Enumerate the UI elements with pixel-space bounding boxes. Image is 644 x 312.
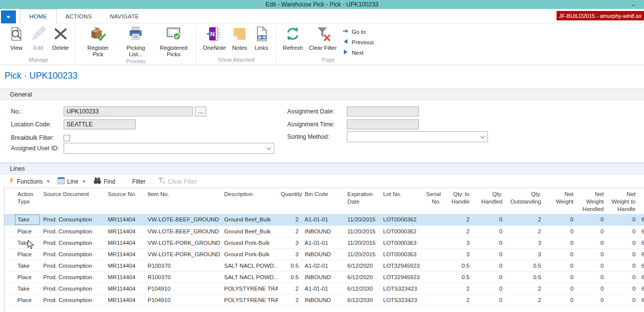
table-cell[interactable]: 0.5: [278, 260, 302, 271]
table-cell[interactable]: 0: [544, 248, 576, 260]
table-cell[interactable]: 3: [278, 248, 302, 260]
table-cell[interactable]: 2: [444, 225, 473, 237]
table-cell[interactable]: 0: [576, 294, 607, 306]
column-header[interactable]: Net Weight Handled: [576, 188, 607, 214]
table-row[interactable]: TakeProd. ConsumptionMR114404P104910POLY…: [4, 283, 644, 294]
breakbulk-filter-checkbox[interactable]: [64, 135, 70, 141]
table-cell[interactable]: 0: [544, 283, 576, 294]
table-cell[interactable]: R100370: [145, 260, 221, 271]
no-lookup-button[interactable]: …: [195, 106, 206, 116]
table-cell[interactable]: 3: [444, 248, 473, 260]
table-cell[interactable]: [422, 283, 444, 294]
table-cell[interactable]: 6/12/2030: [344, 283, 380, 294]
table-cell[interactable]: 2: [444, 283, 473, 294]
table-cell[interactable]: 0: [607, 237, 639, 248]
table-cell[interactable]: Prod. Consumption: [40, 214, 105, 225]
table-cell[interactable]: 3: [278, 237, 302, 248]
table-cell[interactable]: Prod. Consumption: [40, 271, 105, 283]
row-selector[interactable]: [4, 271, 14, 283]
table-cell[interactable]: 0: [473, 237, 505, 248]
table-cell[interactable]: LOTS323423: [380, 283, 422, 294]
registered-picks-button[interactable]: Registered Picks: [155, 24, 192, 58]
table-row[interactable]: PlaceProd. ConsumptionMR114404P104910POL…: [4, 294, 644, 306]
table-row[interactable]: TakeProd. ConsumptionMR114404VW-LOTE-BEE…: [4, 214, 644, 225]
table-cell[interactable]: Prod. Consumption: [40, 283, 105, 294]
table-cell[interactable]: Ground Pork-Bulk: [221, 237, 278, 248]
lines-section-header[interactable]: Lines: [0, 163, 644, 175]
table-cell[interactable]: 6/12/2020: [344, 260, 380, 271]
table-cell[interactable]: VW-LOTE-PORK_GROUND: [145, 237, 221, 248]
table-row[interactable]: TakeProd. ConsumptionMR114404R100370SALT…: [4, 260, 644, 271]
table-cell[interactable]: 0: [544, 260, 576, 271]
table-cell[interactable]: Prod. Consumption: [40, 225, 105, 237]
column-header[interactable]: Serial No.: [422, 188, 444, 214]
table-cell[interactable]: A1-01-01: [302, 237, 344, 248]
table-cell[interactable]: A1-01-01: [302, 214, 344, 225]
table-cell[interactable]: MR114404: [105, 248, 145, 260]
table-cell[interactable]: 2: [505, 214, 544, 225]
previous-button[interactable]: Previous: [342, 38, 374, 46]
onenote-button[interactable]: N OneNote: [200, 24, 228, 51]
filter-button[interactable]: Filter: [131, 177, 147, 186]
row-selector[interactable]: [4, 260, 14, 271]
table-cell[interactable]: A1-01-01: [302, 283, 344, 294]
table-cell[interactable]: Prod. Consumption: [40, 260, 105, 271]
line-menu-button[interactable]: Line: [56, 176, 87, 187]
table-cell[interactable]: 0: [473, 283, 505, 294]
column-header[interactable]: Item No.: [145, 188, 221, 214]
general-section-header[interactable]: General: [0, 89, 644, 101]
row-selector[interactable]: [4, 248, 14, 260]
table-cell[interactable]: Ground Pork-Bulk: [221, 248, 278, 260]
refresh-button[interactable]: Refresh: [280, 24, 305, 51]
table-row[interactable]: PlaceProd. ConsumptionMR114404VW-LOTE-BE…: [4, 225, 644, 237]
table-cell[interactable]: 6: [639, 260, 644, 271]
table-cell[interactable]: LOT0000362: [380, 225, 422, 237]
table-cell[interactable]: LOT0000363: [380, 237, 422, 248]
table-cell[interactable]: POLYSTYRENE TRA...: [221, 294, 278, 306]
go-to-button[interactable]: Go to: [342, 28, 374, 35]
table-cell[interactable]: 0: [473, 214, 505, 225]
table-cell[interactable]: 0: [607, 225, 639, 237]
table-cell[interactable]: 0: [473, 260, 505, 271]
table-cell[interactable]: 6: [639, 214, 644, 225]
table-cell[interactable]: 0: [607, 271, 639, 283]
table-cell[interactable]: POLYSTYRENE TRA...: [221, 283, 278, 294]
table-row[interactable]: PlaceProd. ConsumptionMR114404R100370SAL…: [4, 271, 644, 283]
sorting-method-dropdown[interactable]: [347, 131, 488, 142]
table-cell[interactable]: 0: [576, 214, 607, 225]
table-cell[interactable]: 0: [576, 248, 607, 260]
table-cell[interactable]: 0: [576, 260, 607, 271]
table-cell[interactable]: 0: [607, 294, 639, 306]
table-row[interactable]: PlaceProd. ConsumptionMR114404VW-LOTE-PO…: [4, 248, 644, 260]
table-cell[interactable]: Prod. Consumption: [40, 294, 105, 306]
column-header[interactable]: Source Document: [40, 188, 105, 214]
column-header[interactable]: Net Weight: [544, 188, 576, 214]
table-cell[interactable]: 0: [544, 237, 576, 248]
app-menu-button[interactable]: [1, 10, 16, 23]
column-header[interactable]: Action Type: [14, 188, 40, 214]
table-cell[interactable]: 2: [278, 294, 302, 306]
table-cell[interactable]: MR114404: [105, 283, 145, 294]
column-header[interactable]: [639, 188, 644, 214]
table-cell[interactable]: 0: [473, 294, 505, 306]
table-cell[interactable]: [422, 214, 444, 225]
table-cell[interactable]: 6: [639, 283, 644, 294]
table-cell[interactable]: LOT0000362: [380, 214, 422, 225]
table-cell[interactable]: R100370: [145, 271, 221, 283]
table-cell[interactable]: MR114404: [105, 225, 145, 237]
table-cell[interactable]: A1-02-01: [302, 260, 344, 271]
table-cell[interactable]: 0.5: [278, 271, 302, 283]
table-cell[interactable]: Place: [14, 225, 40, 237]
table-cell[interactable]: [422, 225, 444, 237]
functions-menu-button[interactable]: Functions: [7, 176, 51, 187]
table-cell[interactable]: P104910: [145, 283, 221, 294]
table-cell[interactable]: 0: [544, 271, 576, 283]
table-cell[interactable]: INBOUND: [302, 225, 344, 237]
location-code-input[interactable]: SEATTLE: [64, 119, 136, 129]
tab-home[interactable]: HOME: [20, 9, 57, 24]
row-selector[interactable]: [4, 237, 14, 248]
table-row[interactable]: TakeProd. ConsumptionMR114404VW-LOTE-POR…: [4, 237, 644, 248]
row-selector[interactable]: [4, 214, 14, 225]
table-cell[interactable]: 0.5: [444, 271, 473, 283]
table-cell[interactable]: 3: [444, 237, 473, 248]
